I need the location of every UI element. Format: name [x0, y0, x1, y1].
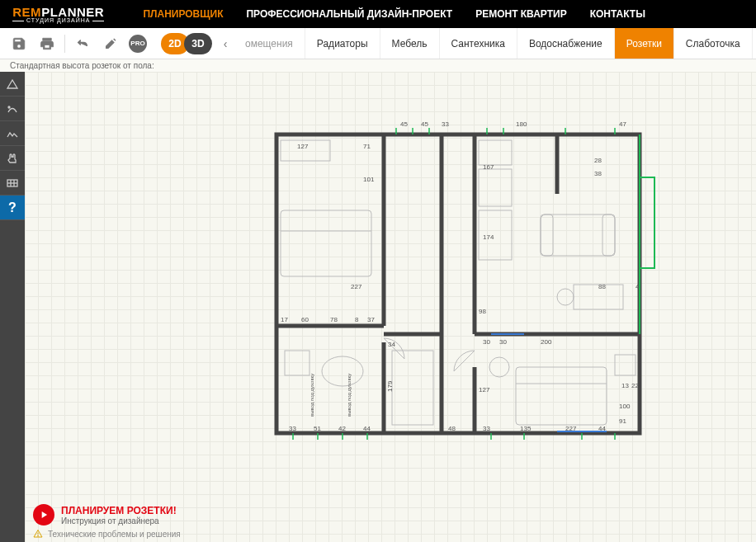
svg-text:91: 91 [619, 417, 626, 425]
tab-rooms[interactable]: омещения [234, 28, 305, 59]
tech-issues-label: Технические проблемы и решения [48, 530, 181, 539]
svg-point-0 [8, 106, 10, 108]
bottom-bar: ПЛАНИРУЕМ РОЗЕТКИ! Инструкция от дизайне… [25, 499, 756, 542]
tab-lowvoltage[interactable]: Слаботочка [674, 28, 753, 59]
side-tools: ? [0, 72, 25, 542]
svg-point-49 [489, 357, 509, 377]
tab-radiators[interactable]: Радиаторы [305, 28, 380, 59]
floorplan[interactable]: 45 45 33 180 47 127 71 167 28 38 101 174… [268, 120, 656, 441]
svg-rect-41 [541, 214, 615, 256]
logo[interactable]: REMPLANNER СТУДИЯ ДИЗАЙНА [10, 5, 106, 23]
svg-text:вывод под духовку: вывод под духовку [309, 374, 314, 417]
svg-text:127: 127 [479, 386, 490, 394]
svg-rect-43 [602, 214, 615, 256]
tab-water[interactable]: Водоснабжение [517, 28, 615, 59]
toolbar: PRO 2D 3D ‹ омещения Радиаторы Мебель Са… [0, 28, 756, 59]
svg-text:42: 42 [338, 425, 346, 432]
svg-text:22: 22 [631, 382, 639, 389]
svg-text:44: 44 [363, 425, 371, 432]
tool-tabs: омещения Радиаторы Мебель Сантехника Вод… [234, 28, 756, 59]
svg-text:100: 100 [619, 403, 631, 410]
tools-icon[interactable] [101, 34, 120, 54]
svg-text:47: 47 [619, 120, 626, 128]
view-toggle: 2D 3D [161, 33, 212, 54]
top-nav: REMPLANNER СТУДИЯ ДИЗАЙНА ПЛАНИРОВЩИК ПР… [0, 0, 756, 28]
nav-planner[interactable]: ПЛАНИРОВЩИК [131, 8, 234, 20]
svg-text:13: 13 [621, 382, 629, 389]
play-icon [33, 504, 54, 526]
svg-text:34: 34 [388, 341, 395, 348]
svg-text:78: 78 [330, 316, 338, 323]
svg-text:38: 38 [594, 170, 602, 177]
svg-text:127: 127 [297, 143, 309, 150]
logo-sub: СТУДИЯ ДИЗАЙНА [10, 17, 106, 23]
scroll-left-icon[interactable]: ‹ [217, 33, 234, 54]
print-icon[interactable] [37, 34, 57, 54]
svg-text:167: 167 [483, 163, 494, 171]
workspace: ? [0, 72, 756, 542]
svg-text:48: 48 [448, 425, 456, 432]
tab-plumbing[interactable]: Сантехника [440, 28, 517, 59]
svg-text:227: 227 [351, 283, 362, 290]
side-grid-icon[interactable] [0, 171, 25, 196]
promo-title: ПЛАНИРУЕМ РОЗЕТКИ! [61, 505, 177, 516]
svg-text:45: 45 [400, 120, 408, 128]
svg-text:200: 200 [541, 338, 552, 346]
svg-rect-38 [479, 140, 512, 165]
nav-design[interactable]: ПРОФЕССИОНАЛЬНЫЙ ДИЗАЙН-ПРОЕКТ [234, 8, 464, 20]
svg-text:227: 227 [565, 425, 577, 432]
tab-sockets[interactable]: Розетки [615, 28, 674, 59]
svg-rect-35 [281, 210, 371, 276]
side-hand-icon[interactable] [0, 146, 25, 171]
svg-text:60: 60 [301, 316, 309, 323]
svg-text:51: 51 [314, 425, 321, 432]
svg-rect-52 [615, 355, 636, 375]
svg-rect-15 [640, 177, 654, 268]
nav-contacts[interactable]: КОНТАКТЫ [579, 8, 657, 20]
svg-text:135: 135 [520, 425, 532, 432]
svg-rect-50 [516, 367, 607, 425]
warning-icon [33, 529, 43, 539]
canvas[interactable]: 45 45 33 180 47 127 71 167 28 38 101 174… [25, 72, 756, 542]
svg-text:37: 37 [367, 316, 375, 323]
undo-icon[interactable] [73, 34, 92, 54]
hint-line: Стандартная высота розеток от пола: [0, 59, 756, 72]
pro-badge[interactable]: PRO [129, 35, 147, 53]
svg-rect-46 [285, 351, 309, 375]
svg-text:33: 33 [442, 120, 449, 128]
svg-text:вывод под духовку: вывод под духовку [347, 374, 352, 417]
tech-issues-link[interactable]: Технические проблемы и решения [33, 529, 748, 539]
svg-text:180: 180 [516, 120, 527, 128]
svg-point-45 [557, 289, 574, 305]
svg-text:98: 98 [479, 308, 486, 315]
svg-text:101: 101 [363, 176, 375, 183]
svg-text:71: 71 [363, 143, 371, 150]
nav-repair[interactable]: РЕМОНТ КВАРТИР [464, 8, 579, 20]
side-mountains-icon[interactable] [0, 121, 25, 146]
side-sketch-icon[interactable] [0, 97, 25, 121]
svg-rect-48 [392, 351, 433, 425]
svg-rect-39 [479, 169, 512, 206]
svg-text:45: 45 [421, 120, 428, 128]
promo[interactable]: ПЛАНИРУЕМ РОЗЕТКИ! Инструкция от дизайне… [33, 504, 748, 526]
side-triangle-icon[interactable] [0, 72, 25, 97]
svg-text:30: 30 [499, 338, 507, 346]
svg-rect-5 [276, 134, 640, 433]
svg-point-47 [322, 356, 363, 386]
view-3d-button[interactable]: 3D [184, 33, 212, 54]
side-help-button[interactable]: ? [0, 196, 25, 220]
promo-sub: Инструкция от дизайнера [61, 516, 177, 526]
svg-text:179: 179 [386, 380, 394, 392]
svg-text:33: 33 [483, 425, 490, 432]
svg-text:30: 30 [483, 338, 490, 346]
svg-text:17: 17 [281, 316, 288, 323]
svg-point-98 [38, 535, 39, 536]
save-icon[interactable] [9, 34, 29, 54]
svg-text:28: 28 [594, 157, 602, 164]
svg-text:8: 8 [355, 316, 359, 323]
svg-text:4: 4 [636, 283, 640, 290]
svg-text:174: 174 [483, 233, 494, 241]
svg-text:33: 33 [289, 425, 296, 432]
tab-furniture[interactable]: Мебель [380, 28, 440, 59]
svg-text:44: 44 [598, 425, 606, 432]
